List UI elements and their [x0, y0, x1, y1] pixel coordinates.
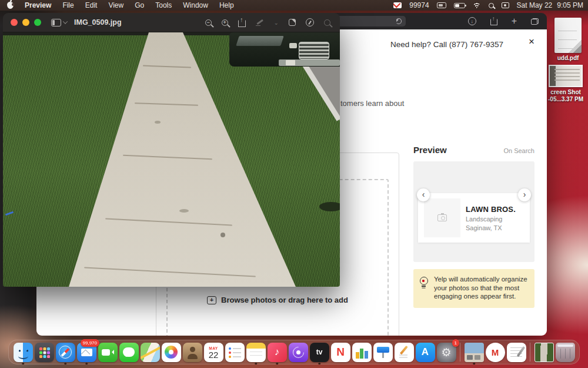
dock-item-gmail-mimestream[interactable]: M: [485, 340, 506, 364]
apple-tv-icon: tv: [310, 343, 329, 362]
dock-item-app-store[interactable]: A: [415, 340, 436, 364]
search-icon[interactable]: [324, 19, 330, 26]
share-icon[interactable]: ↑: [490, 18, 497, 25]
camera-icon: [437, 214, 447, 221]
carousel-prev-button[interactable]: ‹: [417, 188, 430, 201]
dock-item-music[interactable]: ♪: [266, 340, 288, 364]
photo-sidewalk: [3, 32, 340, 287]
keyboard-icon[interactable]: [437, 2, 446, 8]
menu-item-help[interactable]: Help: [219, 1, 234, 9]
dock-item-keynote[interactable]: [372, 340, 393, 364]
close-icon[interactable]: ×: [524, 35, 539, 49]
battery-icon[interactable]: [454, 3, 465, 8]
dock-item-calendar[interactable]: MAY22: [203, 340, 224, 364]
markup-pen-icon[interactable]: [256, 18, 264, 26]
dock-item-facetime[interactable]: [97, 340, 118, 364]
zoom-in-icon[interactable]: +: [222, 19, 228, 26]
preview-app-window: IMG_0509.jpg − + ↑ ⌄: [3, 13, 340, 287]
menu-item-go[interactable]: Go: [135, 1, 144, 9]
dock-item-messages[interactable]: [118, 340, 139, 364]
browse-photos-button[interactable]: + Browse photos or drag here to add: [168, 296, 387, 304]
business-name: LAWN BROS.: [466, 205, 516, 214]
gmail-unread-count: 99974: [409, 1, 429, 9]
menu-item-file[interactable]: File: [62, 1, 74, 9]
dock-item-launchpad[interactable]: [34, 340, 55, 364]
dock-item-reminders[interactable]: [224, 340, 245, 364]
minimize-window-button[interactable]: [22, 19, 29, 26]
desktop-icon-screenshot[interactable]: creen Shot -05...3.37 PM: [547, 65, 584, 103]
browse-photos-label: Browse photos or drag here to add: [221, 296, 348, 304]
preview-card-area: ‹ › LAWN BROS. Landscaping Saginaw, TX: [413, 161, 534, 262]
new-tab-icon[interactable]: +: [512, 16, 517, 26]
running-indicator: [276, 363, 278, 365]
tip-box: Yelp will automatically organize your ph…: [413, 269, 534, 308]
pdf-file-icon: [554, 18, 582, 53]
app-store-icon: A: [416, 343, 435, 362]
preview-titlebar[interactable]: IMG_0509.jpg − + ↑ ⌄: [3, 13, 340, 32]
dock-item-mail[interactable]: 99,970: [76, 340, 97, 364]
dock-item-finder[interactable]: [12, 340, 34, 364]
spotlight-icon[interactable]: [489, 3, 494, 8]
dock-item-photos[interactable]: [161, 340, 182, 364]
dock-item-maps[interactable]: [139, 340, 161, 364]
dock-item-notes[interactable]: [245, 340, 266, 364]
zoom-out-icon[interactable]: −: [205, 19, 212, 26]
menu-item-tools[interactable]: Tools: [155, 1, 172, 9]
numbers-icon: [352, 343, 372, 362]
tab-overview-icon[interactable]: [531, 18, 539, 25]
user-switch-icon[interactable]: [502, 2, 509, 8]
carousel-next-button[interactable]: ›: [518, 188, 531, 201]
dock-item-recent-window-thumbnail[interactable]: [463, 340, 485, 364]
dock-item-podcasts[interactable]: [288, 340, 309, 364]
screenshot-file-icon: [549, 65, 583, 87]
annotate-icon[interactable]: [306, 18, 314, 26]
pdf-file-label: udd.pdf: [552, 55, 584, 62]
desktop-icon-pdf[interactable]: udd.pdf: [552, 18, 584, 62]
preview-heading: Preview: [413, 145, 447, 155]
business-category: Landscaping: [466, 216, 516, 223]
add-photo-icon: +: [207, 296, 216, 304]
menu-item-view[interactable]: View: [108, 1, 123, 9]
downloads-icon[interactable]: ↓: [468, 17, 476, 25]
window-title: IMG_0509.jpg: [74, 18, 122, 26]
running-indicator: [473, 363, 475, 365]
menu-clock[interactable]: Sat May 22 9:05 PM: [517, 1, 583, 9]
dock-item-pages[interactable]: [393, 340, 415, 364]
menu-item-window[interactable]: Window: [183, 1, 208, 9]
sidebar-icon: [51, 19, 61, 26]
dock-item-trash[interactable]: [554, 340, 576, 364]
reload-icon[interactable]: [396, 18, 402, 24]
apple-menu-icon[interactable]: [7, 2, 14, 9]
chevron-down-icon: [63, 19, 68, 24]
gmail-menu-icon[interactable]: [393, 2, 402, 8]
music-icon: ♪: [268, 343, 287, 362]
menu-item-preview[interactable]: Preview: [25, 1, 51, 9]
wifi-icon[interactable]: [473, 2, 481, 8]
zoom-window-button[interactable]: [34, 19, 41, 26]
markup-chevron-icon[interactable]: ⌄: [274, 19, 279, 26]
dock-item-contacts[interactable]: [182, 340, 203, 364]
safari-icon: [56, 343, 75, 362]
photos-icon: [162, 343, 181, 362]
dock-item-apple-tv[interactable]: tv: [309, 340, 330, 364]
dock-item-minimized-photo-window[interactable]: [533, 340, 554, 364]
dock-divider: [460, 343, 460, 362]
gmail-mimestream-icon: M: [486, 343, 505, 362]
notes-icon: [246, 343, 266, 362]
dock: 99,970MAY22♪tvN A⚙1M: [8, 340, 580, 364]
menu-item-edit[interactable]: Edit: [85, 1, 98, 9]
running-indicator: [85, 363, 88, 365]
dock-item-numbers[interactable]: [351, 340, 372, 364]
rotate-icon[interactable]: [289, 19, 296, 26]
running-indicator: [318, 363, 320, 365]
messages-icon: [119, 343, 139, 362]
on-search-label: On Search: [503, 147, 534, 154]
share-icon[interactable]: ↑: [238, 18, 246, 27]
running-indicator: [64, 363, 66, 365]
dock-item-news[interactable]: N: [330, 340, 351, 364]
dock-item-safari[interactable]: [55, 340, 76, 364]
dock-item-system-preferences[interactable]: ⚙1: [436, 340, 457, 364]
sidebar-toggle-button[interactable]: [51, 19, 67, 26]
dock-item-textedit[interactable]: [506, 340, 527, 364]
close-window-button[interactable]: [11, 19, 18, 26]
